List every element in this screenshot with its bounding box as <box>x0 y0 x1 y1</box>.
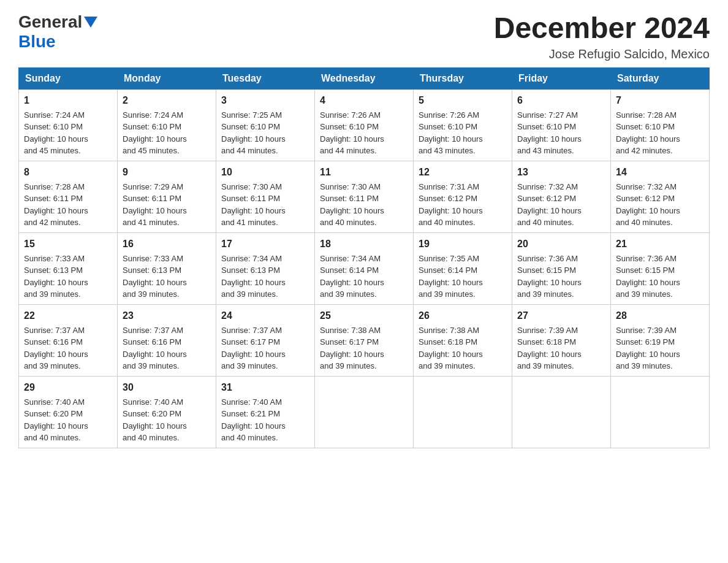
week-row-4: 22Sunrise: 7:37 AMSunset: 6:16 PMDayligh… <box>19 304 710 376</box>
day-info: Sunrise: 7:28 AMSunset: 6:11 PMDaylight:… <box>24 181 112 229</box>
day-number: 29 <box>24 380 112 395</box>
day-number: 28 <box>616 308 704 323</box>
day-info: Sunrise: 7:39 AMSunset: 6:19 PMDaylight:… <box>616 324 704 372</box>
day-number: 26 <box>419 308 507 323</box>
day-cell: 20Sunrise: 7:36 AMSunset: 6:15 PMDayligh… <box>512 232 611 304</box>
day-info: Sunrise: 7:27 AMSunset: 6:10 PMDaylight:… <box>517 109 605 157</box>
day-number: 17 <box>221 237 309 251</box>
calendar-table: SundayMondayTuesdayWednesdayThursdayFrid… <box>18 67 710 448</box>
week-row-2: 8Sunrise: 7:28 AMSunset: 6:11 PMDaylight… <box>19 161 710 232</box>
day-cell: 15Sunrise: 7:33 AMSunset: 6:13 PMDayligh… <box>19 232 118 304</box>
day-info: Sunrise: 7:28 AMSunset: 6:10 PMDaylight:… <box>616 109 704 157</box>
day-info: Sunrise: 7:37 AMSunset: 6:16 PMDaylight:… <box>24 324 112 372</box>
day-number: 27 <box>517 308 605 323</box>
day-cell: 13Sunrise: 7:32 AMSunset: 6:12 PMDayligh… <box>512 161 611 232</box>
day-cell <box>512 376 611 448</box>
day-number: 16 <box>123 237 211 251</box>
day-cell: 9Sunrise: 7:29 AMSunset: 6:11 PMDaylight… <box>118 161 216 232</box>
header-row: SundayMondayTuesdayWednesdayThursdayFrid… <box>19 67 710 89</box>
col-header-wednesday: Wednesday <box>315 67 414 89</box>
day-cell: 3Sunrise: 7:25 AMSunset: 6:10 PMDaylight… <box>216 89 315 161</box>
logo-triangle-icon <box>84 17 97 29</box>
week-row-5: 29Sunrise: 7:40 AMSunset: 6:20 PMDayligh… <box>19 376 710 448</box>
calendar-subtitle: Jose Refugio Salcido, Mexico <box>494 47 710 61</box>
day-cell <box>414 376 512 448</box>
col-header-friday: Friday <box>512 67 611 89</box>
svg-marker-0 <box>84 17 97 28</box>
day-number: 24 <box>221 308 309 323</box>
day-info: Sunrise: 7:38 AMSunset: 6:17 PMDaylight:… <box>320 324 408 372</box>
day-number: 13 <box>517 165 605 180</box>
day-info: Sunrise: 7:30 AMSunset: 6:11 PMDaylight:… <box>320 181 408 229</box>
day-info: Sunrise: 7:40 AMSunset: 6:20 PMDaylight:… <box>24 396 112 444</box>
col-header-saturday: Saturday <box>611 67 710 89</box>
day-info: Sunrise: 7:26 AMSunset: 6:10 PMDaylight:… <box>419 109 507 157</box>
day-info: Sunrise: 7:29 AMSunset: 6:11 PMDaylight:… <box>123 181 211 229</box>
day-cell: 5Sunrise: 7:26 AMSunset: 6:10 PMDaylight… <box>414 89 512 161</box>
day-cell: 26Sunrise: 7:38 AMSunset: 6:18 PMDayligh… <box>414 304 512 376</box>
day-cell: 24Sunrise: 7:37 AMSunset: 6:17 PMDayligh… <box>216 304 315 376</box>
day-cell: 8Sunrise: 7:28 AMSunset: 6:11 PMDaylight… <box>19 161 118 232</box>
day-info: Sunrise: 7:25 AMSunset: 6:10 PMDaylight:… <box>221 109 309 157</box>
day-number: 4 <box>320 93 408 108</box>
day-cell: 27Sunrise: 7:39 AMSunset: 6:18 PMDayligh… <box>512 304 611 376</box>
day-cell: 19Sunrise: 7:35 AMSunset: 6:14 PMDayligh… <box>414 232 512 304</box>
day-info: Sunrise: 7:32 AMSunset: 6:12 PMDaylight:… <box>517 181 605 229</box>
day-number: 25 <box>320 308 408 323</box>
day-info: Sunrise: 7:26 AMSunset: 6:10 PMDaylight:… <box>320 109 408 157</box>
day-number: 30 <box>123 380 211 395</box>
day-cell: 16Sunrise: 7:33 AMSunset: 6:13 PMDayligh… <box>118 232 216 304</box>
col-header-sunday: Sunday <box>19 67 118 89</box>
day-cell: 22Sunrise: 7:37 AMSunset: 6:16 PMDayligh… <box>19 304 118 376</box>
day-cell: 4Sunrise: 7:26 AMSunset: 6:10 PMDaylight… <box>315 89 414 161</box>
day-cell: 17Sunrise: 7:34 AMSunset: 6:13 PMDayligh… <box>216 232 315 304</box>
day-cell: 7Sunrise: 7:28 AMSunset: 6:10 PMDaylight… <box>611 89 710 161</box>
day-cell: 18Sunrise: 7:34 AMSunset: 6:14 PMDayligh… <box>315 232 414 304</box>
day-info: Sunrise: 7:34 AMSunset: 6:14 PMDaylight:… <box>320 253 408 301</box>
day-cell: 2Sunrise: 7:24 AMSunset: 6:10 PMDaylight… <box>118 89 216 161</box>
day-number: 11 <box>320 165 408 180</box>
day-info: Sunrise: 7:38 AMSunset: 6:18 PMDaylight:… <box>419 324 507 372</box>
day-number: 14 <box>616 165 704 180</box>
day-cell: 11Sunrise: 7:30 AMSunset: 6:11 PMDayligh… <box>315 161 414 232</box>
day-number: 3 <box>221 93 309 108</box>
day-number: 5 <box>419 93 507 108</box>
day-number: 12 <box>419 165 507 180</box>
week-row-3: 15Sunrise: 7:33 AMSunset: 6:13 PMDayligh… <box>19 232 710 304</box>
day-number: 8 <box>24 165 112 180</box>
day-info: Sunrise: 7:37 AMSunset: 6:17 PMDaylight:… <box>221 324 309 372</box>
day-cell <box>315 376 414 448</box>
week-row-1: 1Sunrise: 7:24 AMSunset: 6:10 PMDaylight… <box>19 89 710 161</box>
day-info: Sunrise: 7:32 AMSunset: 6:12 PMDaylight:… <box>616 181 704 229</box>
day-number: 6 <box>517 93 605 108</box>
day-cell: 29Sunrise: 7:40 AMSunset: 6:20 PMDayligh… <box>19 376 118 448</box>
day-info: Sunrise: 7:39 AMSunset: 6:18 PMDaylight:… <box>517 324 605 372</box>
day-cell: 28Sunrise: 7:39 AMSunset: 6:19 PMDayligh… <box>611 304 710 376</box>
day-number: 18 <box>320 237 408 251</box>
day-info: Sunrise: 7:36 AMSunset: 6:15 PMDaylight:… <box>517 253 605 301</box>
day-number: 7 <box>616 93 704 108</box>
col-header-thursday: Thursday <box>414 67 512 89</box>
day-number: 10 <box>221 165 309 180</box>
day-cell: 31Sunrise: 7:40 AMSunset: 6:21 PMDayligh… <box>216 376 315 448</box>
header: General Blue December 2024 Jose Refugio … <box>18 12 710 61</box>
day-number: 23 <box>123 308 211 323</box>
day-info: Sunrise: 7:33 AMSunset: 6:13 PMDaylight:… <box>123 253 211 301</box>
day-cell: 25Sunrise: 7:38 AMSunset: 6:17 PMDayligh… <box>315 304 414 376</box>
day-number: 19 <box>419 237 507 251</box>
day-number: 9 <box>123 165 211 180</box>
day-cell: 30Sunrise: 7:40 AMSunset: 6:20 PMDayligh… <box>118 376 216 448</box>
day-info: Sunrise: 7:31 AMSunset: 6:12 PMDaylight:… <box>419 181 507 229</box>
day-info: Sunrise: 7:36 AMSunset: 6:15 PMDaylight:… <box>616 253 704 301</box>
day-info: Sunrise: 7:40 AMSunset: 6:21 PMDaylight:… <box>221 396 309 444</box>
col-header-monday: Monday <box>118 67 216 89</box>
calendar-title: December 2024 <box>494 12 710 45</box>
day-info: Sunrise: 7:35 AMSunset: 6:14 PMDaylight:… <box>419 253 507 301</box>
day-info: Sunrise: 7:33 AMSunset: 6:13 PMDaylight:… <box>24 253 112 301</box>
day-info: Sunrise: 7:40 AMSunset: 6:20 PMDaylight:… <box>123 396 211 444</box>
day-number: 31 <box>221 380 309 395</box>
title-area: December 2024 Jose Refugio Salcido, Mexi… <box>494 12 710 61</box>
day-cell: 14Sunrise: 7:32 AMSunset: 6:12 PMDayligh… <box>611 161 710 232</box>
day-number: 1 <box>24 93 112 108</box>
day-cell: 21Sunrise: 7:36 AMSunset: 6:15 PMDayligh… <box>611 232 710 304</box>
